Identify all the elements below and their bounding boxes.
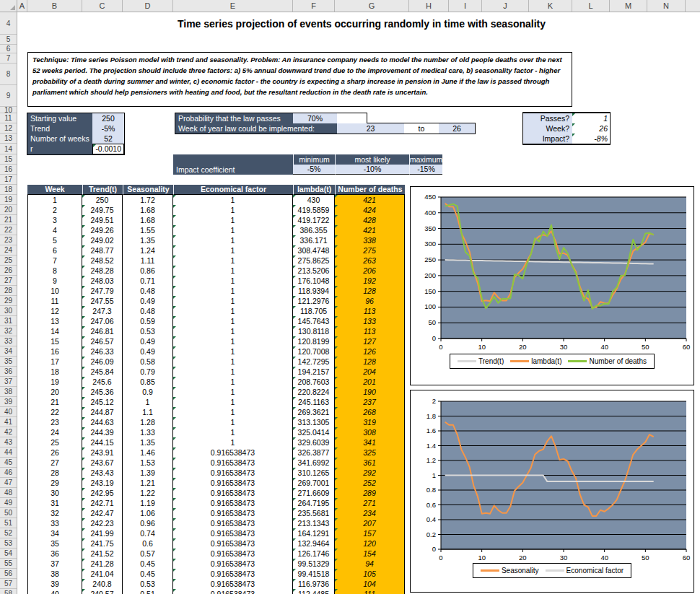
deaths-chart-legend[interactable]: Trend(t)lambda(t)Number of deaths bbox=[450, 354, 655, 369]
row-header-5[interactable]: 5 bbox=[0, 35, 17, 45]
table-cell-w33-c0[interactable]: 33 bbox=[27, 518, 82, 528]
table-cell-w36-c5[interactable]: 154 bbox=[335, 549, 405, 559]
table-cell-w36-c0[interactable]: 36 bbox=[27, 549, 82, 559]
table-cell-w25-c4[interactable]: 329.6039 bbox=[293, 437, 335, 447]
table-cell-w7-c4[interactable]: 275.8625 bbox=[293, 255, 335, 266]
table-cell-w11-c0[interactable]: 11 bbox=[27, 296, 82, 306]
table-cell-w38-c4[interactable]: 99.41518 bbox=[293, 569, 335, 579]
law-probability-cell[interactable]: 70% bbox=[293, 113, 337, 123]
table-cell-w22-c2[interactable]: 1.1 bbox=[123, 407, 173, 417]
table-cell-w22-c5[interactable]: 268 bbox=[335, 407, 405, 417]
row-header-26[interactable]: 26 bbox=[0, 266, 17, 276]
table-cell-w23-c4[interactable]: 313.1305 bbox=[293, 417, 335, 427]
table-cell-w20-c5[interactable]: 190 bbox=[335, 387, 405, 397]
table-cell-w14-c2[interactable]: 0.53 bbox=[123, 326, 173, 336]
table-cell-w34-c4[interactable]: 164.1291 bbox=[293, 528, 335, 538]
table-cell-w23-c2[interactable]: 1.28 bbox=[123, 417, 173, 427]
column-header-D[interactable]: D bbox=[123, 0, 173, 12]
table-cell-w23-c1[interactable]: 244.63 bbox=[82, 417, 123, 427]
table-cell-w34-c1[interactable]: 241.99 bbox=[82, 528, 123, 538]
table-cell-w31-c0[interactable]: 31 bbox=[27, 498, 82, 508]
row-header-33[interactable]: 33 bbox=[0, 336, 17, 346]
table-cell-w36-c4[interactable]: 126.1746 bbox=[293, 549, 335, 559]
table-cell-w28-c4[interactable]: 310.1265 bbox=[293, 468, 335, 478]
table-header-2[interactable]: Seasonality bbox=[123, 185, 173, 195]
table-cell-w19-c3[interactable]: 1 bbox=[173, 377, 293, 387]
table-cell-w21-c3[interactable]: 1 bbox=[173, 397, 293, 407]
table-header-3[interactable]: Economical factor bbox=[173, 185, 293, 195]
table-cell-w18-c4[interactable]: 194.2157 bbox=[293, 367, 335, 377]
table-cell-w28-c5[interactable]: 292 bbox=[335, 468, 405, 478]
table-cell-w15-c2[interactable]: 0.49 bbox=[123, 336, 173, 346]
table-cell-w12-c3[interactable]: 1 bbox=[173, 306, 293, 316]
table-cell-w25-c1[interactable]: 244.15 bbox=[82, 437, 123, 447]
row-header-18[interactable]: 18 bbox=[0, 185, 17, 195]
row-header-19[interactable]: 19 bbox=[0, 195, 17, 205]
table-cell-w29-c1[interactable]: 243.19 bbox=[82, 478, 123, 488]
table-cell-w35-c1[interactable]: 241.75 bbox=[82, 538, 123, 549]
row-header-31[interactable]: 31 bbox=[0, 316, 17, 326]
table-cell-w40-c1[interactable]: 240.57 bbox=[82, 589, 123, 594]
table-cell-w27-c2[interactable]: 1.53 bbox=[123, 458, 173, 468]
table-cell-w8-c4[interactable]: 213.5206 bbox=[293, 266, 335, 276]
table-cell-w31-c5[interactable]: 271 bbox=[335, 498, 405, 508]
column-header-B[interactable]: B bbox=[27, 0, 82, 12]
table-cell-w40-c2[interactable]: 0.51 bbox=[123, 589, 173, 594]
table-cell-w21-c1[interactable]: 245.12 bbox=[82, 397, 123, 407]
table-cell-w32-c5[interactable]: 234 bbox=[335, 508, 405, 518]
row-header-15[interactable]: 15 bbox=[0, 154, 17, 165]
row-header-47[interactable]: 47 bbox=[0, 478, 17, 488]
row-header-39[interactable]: 39 bbox=[0, 397, 17, 407]
row-header-55[interactable]: 55 bbox=[0, 559, 17, 569]
table-cell-w38-c2[interactable]: 0.45 bbox=[123, 569, 173, 579]
table-cell-w8-c0[interactable]: 8 bbox=[27, 266, 82, 276]
table-cell-w21-c0[interactable]: 21 bbox=[27, 397, 82, 407]
table-cell-w15-c4[interactable]: 120.8199 bbox=[293, 336, 335, 346]
table-cell-w20-c4[interactable]: 220.8224 bbox=[293, 387, 335, 397]
table-cell-w27-c1[interactable]: 243.67 bbox=[82, 458, 123, 468]
table-cell-w14-c4[interactable]: 130.8118 bbox=[293, 326, 335, 336]
table-cell-w21-c5[interactable]: 237 bbox=[335, 397, 405, 407]
table-cell-w19-c5[interactable]: 201 bbox=[335, 377, 405, 387]
row-header-4[interactable]: 4 bbox=[0, 13, 17, 35]
column-header-C[interactable]: C bbox=[82, 0, 123, 12]
table-cell-w39-c3[interactable]: 0.916538473 bbox=[173, 579, 293, 589]
table-cell-w27-c0[interactable]: 27 bbox=[27, 458, 82, 468]
table-cell-w10-c1[interactable]: 247.79 bbox=[82, 286, 123, 296]
table-cell-w12-c4[interactable]: 118.705 bbox=[293, 306, 335, 316]
table-header-5[interactable]: Number of deaths bbox=[335, 185, 405, 195]
table-cell-w24-c0[interactable]: 24 bbox=[27, 427, 82, 437]
table-cell-w10-c2[interactable]: 0.48 bbox=[123, 286, 173, 296]
table-cell-w39-c0[interactable]: 39 bbox=[27, 579, 82, 589]
table-cell-w27-c5[interactable]: 361 bbox=[335, 458, 405, 468]
table-cell-w19-c0[interactable]: 19 bbox=[27, 377, 82, 387]
row-header-11[interactable]: 11 bbox=[0, 113, 17, 123]
table-cell-w17-c2[interactable]: 0.58 bbox=[123, 357, 173, 367]
table-cell-w9-c0[interactable]: 9 bbox=[27, 276, 82, 286]
table-cell-w26-c0[interactable]: 26 bbox=[27, 447, 82, 458]
row-header-21[interactable]: 21 bbox=[0, 215, 17, 225]
row-header-23[interactable]: 23 bbox=[0, 235, 17, 245]
row-header-57[interactable]: 57 bbox=[0, 579, 17, 589]
table-cell-w37-c3[interactable]: 0.916538473 bbox=[173, 559, 293, 569]
table-cell-w5-c4[interactable]: 336.171 bbox=[293, 235, 335, 245]
table-cell-w2-c2[interactable]: 1.68 bbox=[123, 205, 173, 215]
table-header-4[interactable]: lambda(t) bbox=[293, 185, 335, 195]
table-cell-w6-c4[interactable]: 308.4748 bbox=[293, 245, 335, 255]
table-cell-w14-c1[interactable]: 246.81 bbox=[82, 326, 123, 336]
table-cell-w29-c3[interactable]: 0.916538473 bbox=[173, 478, 293, 488]
table-cell-w1-c4[interactable]: 430 bbox=[293, 195, 335, 205]
row-header-30[interactable]: 30 bbox=[0, 306, 17, 316]
table-cell-w24-c5[interactable]: 308 bbox=[335, 427, 405, 437]
passes-cell[interactable]: 1 bbox=[572, 113, 610, 123]
table-cell-w4-c3[interactable]: 1 bbox=[173, 225, 293, 235]
table-cell-w8-c5[interactable]: 206 bbox=[335, 266, 405, 276]
table-header-0[interactable]: Week bbox=[27, 185, 82, 195]
table-cell-w9-c1[interactable]: 248.03 bbox=[82, 276, 123, 286]
impact-most-likely-cell[interactable]: -10% bbox=[335, 165, 409, 175]
table-cell-w25-c2[interactable]: 1.35 bbox=[123, 437, 173, 447]
table-cell-w35-c3[interactable]: 0.916538473 bbox=[173, 538, 293, 549]
table-cell-w5-c5[interactable]: 338 bbox=[335, 235, 405, 245]
table-cell-w34-c3[interactable]: 0.916538473 bbox=[173, 528, 293, 538]
table-cell-w12-c5[interactable]: 113 bbox=[335, 306, 405, 316]
